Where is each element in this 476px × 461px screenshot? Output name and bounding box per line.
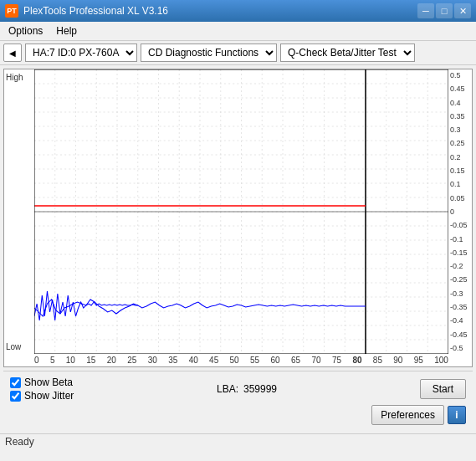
x-tick: 85 <box>373 356 382 365</box>
lba-value: 359999 <box>243 383 277 395</box>
status-text: Ready <box>5 436 34 448</box>
y-axis-right: 0.5 0.45 0.4 0.35 0.3 0.25 0.2 0.15 0.1 … <box>448 69 472 354</box>
y-tick-n045: -0.45 <box>450 330 470 339</box>
test-select[interactable]: Q-Check Beta/Jitter Test <box>280 44 415 62</box>
title-bar: PT PlexTools Professional XL V3.16 ─ □ ✕ <box>0 0 476 22</box>
bottom-row-2: Preferences i <box>10 405 466 425</box>
y-tick-n04: -0.4 <box>450 316 470 325</box>
start-button[interactable]: Start <box>420 379 466 399</box>
y-tick-02: 0.2 <box>450 153 470 161</box>
x-tick: 55 <box>250 356 259 365</box>
y-tick-n03: -0.3 <box>450 289 470 298</box>
y-tick-045: 0.45 <box>450 85 470 93</box>
y-tick-n025: -0.25 <box>450 275 470 284</box>
y-tick-n05: -0.5 <box>450 344 470 352</box>
x-tick: 35 <box>168 356 177 365</box>
x-tick: 60 <box>271 356 280 365</box>
x-axis: 0 5 10 15 20 25 30 35 40 45 50 55 60 65 … <box>4 354 472 366</box>
x-tick: 30 <box>148 356 157 365</box>
y-tick-015: 0.15 <box>450 166 470 175</box>
show-beta-checkbox[interactable] <box>10 377 21 388</box>
chart-svg <box>34 69 448 354</box>
y-tick-005: 0.05 <box>450 194 470 202</box>
x-tick: 5 <box>50 356 55 365</box>
status-bar: Ready <box>0 433 476 449</box>
show-beta-label: Show Beta <box>24 376 73 388</box>
info-button[interactable]: i <box>448 406 466 424</box>
x-tick: 90 <box>393 356 402 365</box>
x-tick: 100 <box>434 356 448 365</box>
menu-options[interactable]: Options <box>3 23 48 38</box>
main-content: High Low <box>0 65 476 433</box>
drive-select[interactable]: HA:7 ID:0 PX-760A <box>25 44 137 62</box>
x-tick: 45 <box>209 356 218 365</box>
x-tick: 0 <box>34 356 39 365</box>
x-tick: 70 <box>311 356 320 365</box>
menu-bar: Options Help <box>0 22 476 41</box>
minimize-button[interactable]: ─ <box>417 3 434 18</box>
y-tick-04: 0.4 <box>450 99 470 107</box>
x-tick: 75 <box>332 356 341 365</box>
y-tick-n035: -0.35 <box>450 303 470 311</box>
x-tick: 20 <box>107 356 116 365</box>
y-tick-n005: -0.05 <box>450 221 470 229</box>
title-bar-left: PT PlexTools Professional XL V3.16 <box>5 4 168 18</box>
lba-label: LBA: <box>217 383 238 395</box>
window-controls: ─ □ ✕ <box>417 3 471 18</box>
y-tick-0: 0 <box>450 207 470 216</box>
y-tick-03: 0.3 <box>450 125 470 134</box>
y-label-low: Low <box>6 342 21 351</box>
show-jitter-checkbox[interactable] <box>10 391 21 402</box>
x-tick: 25 <box>127 356 136 365</box>
show-jitter-row: Show Jitter <box>10 390 74 402</box>
chart-container: High Low <box>3 69 473 367</box>
x-tick: 50 <box>230 356 239 365</box>
toolbar-back-button[interactable]: ◀ <box>3 44 22 62</box>
y-tick-035: 0.35 <box>450 112 470 120</box>
y-tick-n015: -0.15 <box>450 248 470 257</box>
app-title: PlexTools Professional XL V3.16 <box>23 5 168 17</box>
close-button[interactable]: ✕ <box>454 3 471 18</box>
chart-plot-area <box>34 69 448 354</box>
bottom-panel: Show Beta Show Jitter LBA: 359999 Start … <box>3 371 473 430</box>
lba-section: LBA: 359999 <box>217 383 277 395</box>
y-tick-025: 0.25 <box>450 139 470 147</box>
x-tick: 95 <box>414 356 423 365</box>
bottom-row-1: Show Beta Show Jitter LBA: 359999 Start <box>10 376 466 402</box>
show-beta-row: Show Beta <box>10 376 74 388</box>
checkbox-section: Show Beta Show Jitter <box>10 376 74 402</box>
maximize-button[interactable]: □ <box>436 3 453 18</box>
app-icon: PT <box>5 4 18 18</box>
y-tick-n01: -0.1 <box>450 235 470 243</box>
y-label-high: High <box>6 73 23 82</box>
y-tick-05: 0.5 <box>450 71 470 79</box>
preferences-button[interactable]: Preferences <box>371 405 444 425</box>
menu-help[interactable]: Help <box>51 23 82 38</box>
x-tick: 65 <box>291 356 300 365</box>
y-tick-n02: -0.2 <box>450 262 470 270</box>
function-select[interactable]: CD Diagnostic Functions <box>141 44 277 62</box>
x-tick: 80 <box>352 356 361 365</box>
x-tick: 15 <box>86 356 95 365</box>
toolbar: ◀ HA:7 ID:0 PX-760A CD Diagnostic Functi… <box>0 41 476 65</box>
y-tick-01: 0.1 <box>450 180 470 188</box>
right-buttons: Preferences i <box>371 405 466 425</box>
show-jitter-label: Show Jitter <box>24 390 74 402</box>
x-tick: 40 <box>189 356 198 365</box>
x-tick: 10 <box>66 356 75 365</box>
